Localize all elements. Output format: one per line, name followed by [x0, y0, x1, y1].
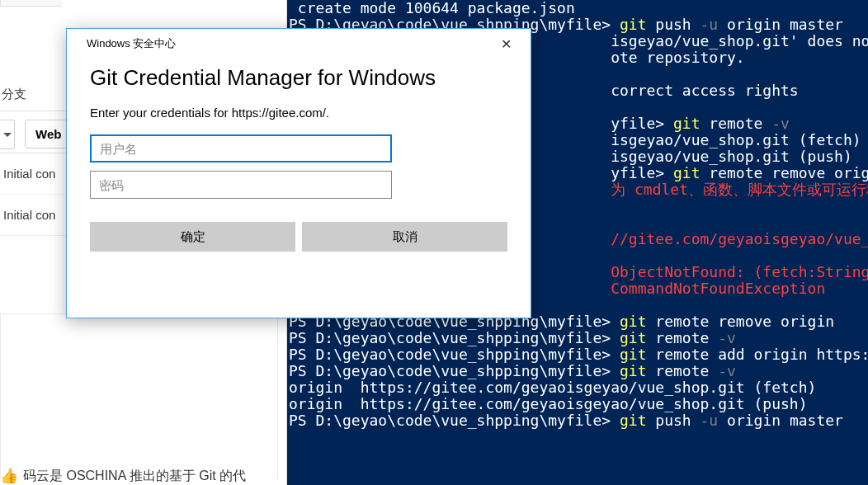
terminal-line: PS D:\geyao\code\vue_shpping\myfile> git…	[289, 346, 866, 363]
web-button-label: Web	[35, 127, 61, 141]
cancel-button-label: 取消	[393, 229, 417, 243]
thumbs-up-icon: 👍	[0, 467, 18, 485]
terminal-line: PS D:\geyao\code\vue_shpping\myfile> git…	[289, 412, 866, 429]
top-tab-fragment	[0, 0, 62, 7]
branch-label: 分支	[0, 87, 26, 102]
credential-dialog: Windows 安全中心 ✕ Git Credential Manager fo…	[66, 28, 531, 318]
password-input[interactable]	[90, 171, 392, 199]
close-button[interactable]: ✕	[494, 32, 517, 55]
dialog-subtext: Enter your credentials for https://gitee…	[67, 106, 531, 134]
empty-panel	[0, 313, 278, 478]
footer-label: 码云是 OSCHINA 推出的基于 Git 的代	[23, 468, 246, 485]
footer-text: 👍 码云是 OSCHINA 推出的基于 Git 的代	[0, 465, 246, 485]
list-item-label: Initial con	[3, 167, 55, 181]
cancel-button[interactable]: 取消	[302, 222, 507, 252]
terminal-line: create mode 100644 package.json	[289, 0, 866, 16]
dialog-title: Windows 安全中心	[87, 36, 176, 51]
ok-button-label: 确定	[181, 229, 205, 243]
dialog-heading: Git Credential Manager for Windows	[67, 59, 531, 106]
dialog-titlebar: Windows 安全中心 ✕	[67, 29, 531, 59]
web-button[interactable]: Web	[25, 120, 72, 148]
terminal-line: PS D:\geyao\code\vue_shpping\myfile> git…	[289, 330, 866, 346]
terminal-line: PS D:\geyao\code\vue_shpping\myfile> git…	[289, 363, 866, 379]
terminal-line: origin https://gitee.com/geyaoisgeyao/vu…	[289, 379, 866, 396]
username-input[interactable]	[90, 134, 392, 162]
close-icon: ✕	[501, 36, 512, 52]
dropdown-toggle[interactable]	[0, 120, 15, 149]
terminal-line: origin https://gitee.com/geyaoisgeyao/vu…	[289, 396, 866, 412]
ok-button[interactable]: 确定	[90, 222, 295, 252]
list-item-label: Initial con	[3, 208, 55, 222]
